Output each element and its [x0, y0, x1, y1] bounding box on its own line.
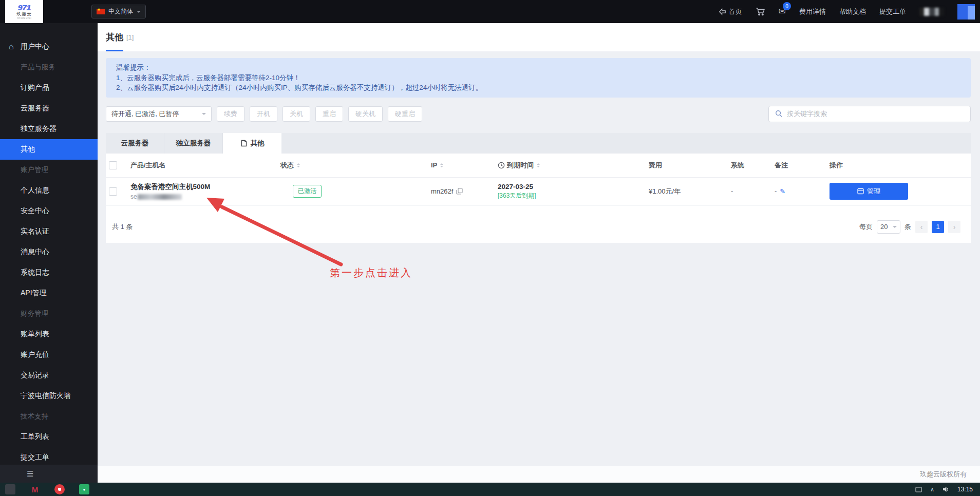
hostname-redacted: se [130, 193, 280, 200]
sidebar-item-recharge[interactable]: 账户充值 [0, 345, 98, 365]
sidebar-item-security-center[interactable]: 安全中心 [0, 201, 98, 221]
sidebar-item-ningbo-firewall[interactable]: 宁波电信防火墙 [0, 386, 98, 406]
select-all-checkbox[interactable] [109, 161, 117, 169]
user-name-redacted [919, 8, 944, 16]
topbar-nav: 首页 ✉ 0 费用详情 帮助文档 提交工单 [719, 4, 980, 20]
search-input[interactable] [787, 110, 964, 118]
page-body: 温馨提示： 1、云服务器购买完成后，云服务器部署需要等待2-10分钟！ 2、云服… [98, 51, 980, 243]
mail-badge: 0 [783, 2, 791, 10]
expiry-cell: 2027-03-25 [363天后到期] [498, 183, 649, 200]
sidebar: ⌂ 用户中心 产品与服务 订购产品 云服务器 独立服务器 其他 账户管理 个人信… [0, 23, 98, 483]
volume-icon[interactable] [943, 486, 949, 492]
server-table-card: 产品/主机名 状态 IP 到期时间 [106, 154, 971, 243]
manage-window-icon [857, 188, 864, 195]
sidebar-item-other[interactable]: 其他 [0, 139, 98, 160]
sidebar-item-message-center[interactable]: 消息中心 [0, 242, 98, 262]
main-content: 其他 [1] 温馨提示： 1、云服务器购买完成后，云服务器部署需要等待2-10分… [98, 23, 980, 483]
remark-cell: - ✎ [775, 187, 830, 195]
manage-button[interactable]: 管理 [830, 183, 908, 200]
home-link-label: 首页 [729, 7, 742, 16]
page-title: 其他 [106, 31, 123, 43]
language-selector[interactable]: ★ 中文简体 [91, 5, 146, 18]
sidebar-item-system-log[interactable]: 系统日志 [0, 262, 98, 283]
sidebar-item-personal-info[interactable]: 个人信息 [0, 180, 98, 201]
per-page-label: 每页 [859, 222, 873, 232]
brand-logo[interactable]: 971 玖趣云 971idc.com [5, 0, 43, 23]
messages-button[interactable]: ✉ 0 [779, 6, 786, 17]
taskbar-clock[interactable]: 13:15 [957, 486, 973, 493]
home-icon: ⌂ [9, 42, 14, 51]
power-off-button[interactable]: 关机 [282, 106, 310, 122]
sidebar-item-cloud-server[interactable]: 云服务器 [0, 98, 98, 119]
status-cell: 已激活 [280, 185, 431, 198]
col-expiry: 到期时间 [498, 161, 649, 170]
power-on-button[interactable]: 开机 [250, 106, 277, 122]
notice-box: 温馨提示： 1、云服务器购买完成后，云服务器部署需要等待2-10分钟！ 2、云服… [106, 58, 971, 98]
status-badge: 已激活 [293, 185, 322, 198]
collapse-menu-icon: ☰ [27, 469, 33, 479]
taskbar-app-icon-2[interactable]: M [30, 484, 40, 494]
product-cell: 免备案香港空间主机500M se [130, 182, 280, 200]
reboot-button[interactable]: 重启 [315, 106, 343, 122]
remark-value: - [775, 187, 777, 195]
page-header: 其他 [1] [98, 23, 980, 51]
sidebar-item-api-management[interactable]: API管理 [0, 283, 98, 303]
cart-icon[interactable] [756, 7, 765, 16]
docs-link[interactable]: 帮助文档 [839, 7, 866, 16]
sidebar-item-user-center[interactable]: ⌂ 用户中心 [0, 36, 98, 57]
hard-power-off-button[interactable]: 硬关机 [348, 106, 383, 122]
sidebar-section-products: 产品与服务 [0, 57, 98, 78]
status-filter-select[interactable]: 待开通, 已激活, 已暂停 [106, 106, 212, 122]
taskbar-app-icon-3[interactable] [54, 484, 65, 494]
next-page-button[interactable]: › [948, 221, 960, 233]
tray-window-icon[interactable] [915, 487, 922, 492]
sidebar-item-real-name[interactable]: 实名认证 [0, 221, 98, 242]
sort-icon[interactable] [297, 162, 300, 169]
taskbar-app-icon-1[interactable] [5, 484, 15, 494]
submit-ticket-link[interactable]: 提交工单 [879, 7, 906, 16]
product-name-link[interactable]: 免备案香港空间主机500M [130, 182, 280, 192]
clock-icon [498, 162, 505, 169]
edit-remark-icon[interactable]: ✎ [780, 187, 785, 195]
copy-icon[interactable] [456, 188, 463, 195]
notice-title: 温馨提示： [116, 63, 960, 73]
per-page-select[interactable]: 20 [877, 220, 900, 234]
notice-line-2: 2、云服务器购买后24小时内支持退订（24小时内购买IP、购买存储后云服务器不支… [116, 83, 960, 93]
windows-taskbar: M ● ∧ 13:15 [0, 483, 980, 496]
table-header-row: 产品/主机名 状态 IP 到期时间 [106, 154, 971, 178]
sidebar-item-bill-list[interactable]: 账单列表 [0, 324, 98, 345]
col-fee: 费用 [649, 161, 731, 170]
sidebar-item-order-product[interactable]: 订购产品 [0, 78, 98, 98]
sidebar-section-support: 技术支持 [0, 406, 98, 427]
row-checkbox[interactable] [109, 187, 117, 196]
back-home-icon [719, 8, 726, 15]
tray-expand-icon[interactable]: ∧ [930, 486, 934, 493]
hard-reboot-button[interactable]: 硬重启 [388, 106, 422, 122]
current-page-button[interactable]: 1 [932, 221, 944, 233]
system-cell: - [731, 187, 775, 195]
tab-dedicated-server[interactable]: 独立服务器 [164, 133, 223, 154]
document-icon [240, 140, 248, 147]
ip-cell: mn262f [431, 187, 498, 195]
brand-name: 玖趣云 [16, 12, 32, 16]
sidebar-section-finance: 财务管理 [0, 303, 98, 324]
search-box [768, 106, 971, 122]
taskbar-app-icon-wechat[interactable]: ● [79, 484, 89, 494]
tab-other[interactable]: 其他 [223, 133, 281, 154]
home-link[interactable]: 首页 [719, 7, 742, 16]
billing-link[interactable]: 费用详情 [799, 7, 826, 16]
sidebar-item-dedicated-server[interactable]: 独立服务器 [0, 119, 98, 139]
sort-icon[interactable] [440, 162, 443, 169]
renew-button[interactable]: 续费 [217, 106, 244, 122]
sidebar-section-account: 账户管理 [0, 160, 98, 180]
sidebar-collapse-toggle[interactable]: ☰ [0, 465, 98, 483]
page-title-count: [1] [126, 33, 134, 41]
expiry-date: 2027-03-25 [498, 183, 649, 190]
avatar[interactable] [957, 4, 975, 20]
prev-page-button[interactable]: ‹ [915, 221, 928, 233]
sort-icon[interactable] [537, 162, 540, 169]
sidebar-item-transactions[interactable]: 交易记录 [0, 365, 98, 386]
sidebar-item-ticket-list[interactable]: 工单列表 [0, 427, 98, 447]
topbar: 971 玖趣云 971idc.com ★ 中文简体 首页 ✉ 0 费用详情 [0, 0, 980, 23]
tab-cloud-server[interactable]: 云服务器 [106, 133, 164, 154]
